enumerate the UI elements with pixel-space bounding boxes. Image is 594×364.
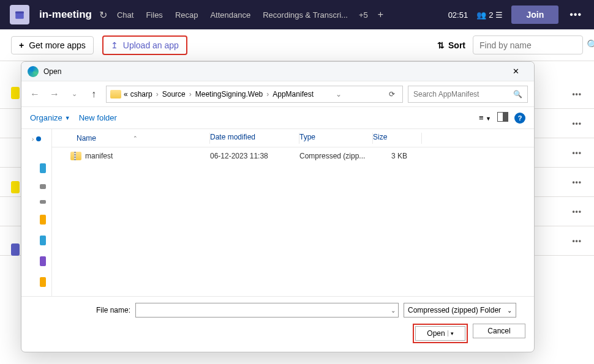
open-button[interactable]: Open ▾: [415, 326, 465, 341]
edge-icon: [28, 66, 39, 77]
preview-pane-icon[interactable]: [497, 112, 508, 124]
dialog-footer: File name: ⌄ Compressed (zipped) Folder …: [21, 296, 534, 352]
get-apps-label: Get more apps: [29, 40, 86, 50]
view-list-icon[interactable]: ≡ ▼: [479, 113, 491, 122]
row-more-icon[interactable]: •••: [572, 178, 582, 187]
sidebar-expand-icon[interactable]: ›: [21, 132, 51, 146]
tab-recap[interactable]: Recap: [169, 10, 205, 20]
filename-label: File name:: [30, 306, 130, 314]
dialog-toolbar: Organize ▼ New folder ≡ ▼ ?: [21, 107, 534, 129]
upload-label: Upload an app: [123, 40, 179, 50]
search-icon: 🔍: [513, 90, 522, 98]
file-size: 3 KB: [373, 152, 422, 160]
meeting-title: in-meeting: [39, 9, 92, 21]
row-more-icon[interactable]: •••: [572, 207, 582, 216]
nav-up-icon[interactable]: ↑: [86, 89, 101, 100]
sidebar-thumb[interactable]: [40, 200, 46, 204]
get-more-apps-button[interactable]: + Get more apps: [11, 36, 94, 54]
row-more-icon[interactable]: •••: [572, 149, 582, 157]
list-icon: ☰: [495, 10, 503, 20]
sidebar-thumb[interactable]: [40, 236, 46, 245]
people-count: 2: [489, 10, 493, 20]
upload-app-button[interactable]: ↥ Upload an app: [102, 35, 187, 55]
open-label: Open: [427, 329, 445, 338]
sidebar-thumb[interactable]: [40, 256, 46, 266]
find-input[interactable]: [479, 40, 587, 50]
dialog-search[interactable]: 🔍: [408, 86, 528, 103]
col-type-label[interactable]: Type: [299, 133, 315, 141]
filter-label: Compressed (zipped) Folder: [408, 306, 501, 314]
open-dropdown-icon[interactable]: ▾: [448, 330, 454, 336]
open-button-highlight: Open ▾: [413, 324, 468, 343]
zip-icon: [70, 152, 81, 160]
search-icon: 🔍: [587, 39, 594, 51]
chevron-down-icon[interactable]: ⌄: [391, 307, 396, 314]
nav-back-icon[interactable]: ←: [28, 89, 42, 100]
bc-item[interactable]: MeetingSigning.Web: [195, 90, 263, 98]
file-list: Name⌃ Date modified Type Size manifest 0…: [52, 129, 534, 296]
calendar-icon: [10, 5, 29, 24]
sort-label: Sort: [448, 40, 465, 50]
meeting-timer: 02:51: [448, 10, 468, 20]
file-row[interactable]: manifest 06-12-2023 11:38 Compressed (zi…: [52, 147, 534, 165]
col-size-label[interactable]: Size: [373, 133, 387, 141]
bc-item[interactable]: Source: [162, 90, 186, 98]
row-more-icon[interactable]: •••: [572, 90, 582, 98]
teams-header: in-meeting ↻ Chat Files Recap Attendance…: [0, 0, 594, 29]
breadcrumb[interactable]: « csharp › Source › MeetingSigning.Web ›…: [106, 86, 403, 103]
plus-icon: +: [19, 40, 24, 50]
add-tab-icon[interactable]: +: [373, 9, 388, 20]
file-type: Compressed (zipp...: [299, 152, 373, 160]
sort-button[interactable]: ⇅ Sort: [437, 40, 465, 50]
file-name: manifest: [85, 152, 113, 160]
tab-chat[interactable]: Chat: [111, 10, 140, 20]
tab-attendance[interactable]: Attendance: [204, 10, 257, 20]
chevron-right-icon: ›: [188, 90, 193, 98]
organize-label: Organize: [30, 113, 62, 122]
file-date: 06-12-2023 11:38: [210, 152, 299, 160]
col-name-label[interactable]: Name: [77, 134, 96, 143]
join-button[interactable]: Join: [511, 6, 558, 24]
filename-input[interactable]: ⌄: [135, 303, 399, 318]
tab-recordings[interactable]: Recordings & Transcri...: [257, 10, 354, 20]
organize-button[interactable]: Organize ▼: [30, 113, 70, 122]
upload-icon: ↥: [111, 40, 118, 50]
folder-icon: [110, 90, 121, 98]
dialog-search-input[interactable]: [413, 90, 513, 98]
list-header: Name⌃ Date modified Type Size: [52, 129, 534, 147]
svg-rect-1: [15, 12, 24, 13]
row-more-icon[interactable]: •••: [572, 119, 582, 128]
participants-control[interactable]: 👥 2 ☰: [476, 10, 503, 20]
cancel-button[interactable]: Cancel: [473, 324, 525, 338]
chevron-down-icon: ⌄: [507, 307, 512, 314]
row-more-icon[interactable]: •••: [572, 237, 582, 245]
header-tabs: Chat Files Recap Attendance Recordings &…: [111, 9, 388, 20]
people-icon: 👥: [476, 10, 486, 20]
dialog-title: Open: [43, 67, 61, 76]
refresh-icon[interactable]: ⟳: [385, 90, 399, 98]
col-date-label[interactable]: Date modified: [210, 133, 255, 141]
more-tabs-count[interactable]: +5: [354, 10, 373, 20]
sidebar-thumb[interactable]: [40, 277, 46, 287]
help-icon[interactable]: ?: [514, 113, 525, 124]
nav-recent-icon[interactable]: ⌄: [67, 90, 81, 98]
new-folder-button[interactable]: New folder: [79, 113, 117, 122]
chevron-down-icon: ▼: [65, 115, 70, 121]
sync-icon[interactable]: ↻: [99, 9, 107, 21]
nav-forward-icon[interactable]: →: [47, 89, 62, 100]
dialog-nav: ← → ⌄ ↑ « csharp › Source › MeetingSigni…: [21, 81, 534, 107]
sidebar-thumb[interactable]: [40, 215, 46, 225]
bc-item[interactable]: csharp: [130, 90, 152, 98]
file-filter-select[interactable]: Compressed (zipped) Folder ⌄: [404, 303, 516, 318]
chevron-right-icon: ›: [265, 90, 270, 98]
header-more-icon[interactable]: •••: [567, 9, 584, 20]
close-icon[interactable]: ✕: [503, 67, 528, 76]
chevron-down-icon[interactable]: ⌄: [334, 90, 343, 98]
sort-icon: ⇅: [437, 40, 445, 50]
sidebar-thumb[interactable]: [40, 163, 46, 173]
dialog-sidebar: ›: [21, 129, 52, 296]
find-by-name-search[interactable]: 🔍: [473, 35, 583, 54]
bc-item[interactable]: AppManifest: [273, 90, 314, 98]
sidebar-thumb[interactable]: [40, 184, 46, 189]
tab-files[interactable]: Files: [140, 10, 168, 20]
